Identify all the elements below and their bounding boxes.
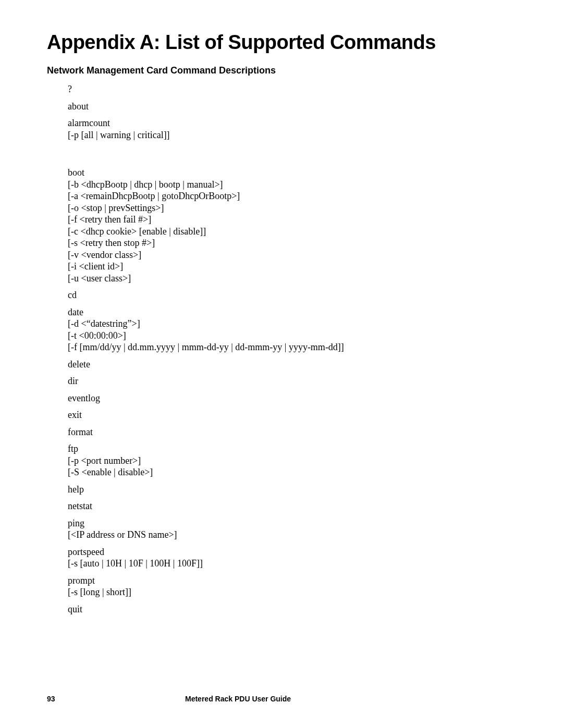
command-option: [-p [all | warning | critical]] — [68, 129, 516, 141]
command-name: netstat — [68, 500, 516, 512]
command-option: [-b <dhcpBootp | dhcp | bootp | manual>] — [68, 179, 516, 191]
command-name: dir — [68, 375, 516, 387]
command-block: ping[<IP address or DNS name>] — [68, 517, 516, 541]
doc-title: Metered Rack PDU User Guide — [177, 695, 516, 703]
command-block: delete — [68, 359, 516, 371]
command-name: eventlog — [68, 392, 516, 404]
command-option: [<IP address or DNS name>] — [68, 529, 516, 541]
page-title: Appendix A: List of Supported Commands — [47, 31, 516, 54]
command-option: [-d <“datestring”>] — [68, 318, 516, 330]
page-number: 93 — [47, 695, 177, 703]
command-option: [-a <remainDhcpBootp | gotoDhcpOrBootp>] — [68, 190, 516, 202]
command-name: format — [68, 426, 516, 438]
command-name: date — [68, 306, 516, 318]
command-name: help — [68, 484, 516, 496]
command-block: help — [68, 484, 516, 496]
command-name: boot — [68, 167, 516, 179]
command-block: cd — [68, 289, 516, 301]
command-name: ftp — [68, 443, 516, 455]
command-block: prompt[-s [long | short]] — [68, 575, 516, 598]
command-block: eventlog — [68, 392, 516, 404]
command-option: [-p <port number>] — [68, 455, 516, 467]
command-block: portspeed[-s [auto | 10H | 10F | 100H | … — [68, 546, 516, 570]
command-option: [-f [mm/dd/yy | dd.mm.yyyy | mmm-dd-yy |… — [68, 341, 516, 353]
command-name: about — [68, 101, 516, 113]
section-heading: Network Management Card Command Descript… — [47, 65, 516, 76]
command-name: quit — [68, 603, 516, 615]
command-block: exit — [68, 409, 516, 421]
command-block: ftp[-p <port number>][-S <enable | disab… — [68, 443, 516, 478]
command-block: quit — [68, 603, 516, 615]
command-name: ? — [68, 83, 516, 95]
command-block: boot[-b <dhcpBootp | dhcp | bootp | manu… — [68, 167, 516, 284]
command-block: format — [68, 426, 516, 438]
command-option: [-u <user class>] — [68, 273, 516, 285]
command-option: [-s <retry then stop #>] — [68, 237, 516, 249]
command-block: alarmcount[-p [all | warning | critical]… — [68, 117, 516, 141]
command-list: ?aboutalarmcount[-p [all | warning | cri… — [47, 83, 516, 615]
command-name: cd — [68, 289, 516, 301]
command-name: ping — [68, 517, 516, 529]
command-option: [-s [auto | 10H | 10F | 100H | 100F]] — [68, 558, 516, 570]
command-block: ? — [68, 83, 516, 95]
command-block: about — [68, 101, 516, 113]
command-option: [-t <00:00:00>] — [68, 330, 516, 342]
command-block: netstat — [68, 500, 516, 512]
command-option: [-f <retry then fail #>] — [68, 214, 516, 226]
command-option: [-i <client id>] — [68, 261, 516, 273]
command-block: date[-d <“datestring”>][-t <00:00:00>][-… — [68, 306, 516, 353]
command-name: alarmcount — [68, 117, 516, 129]
command-name: exit — [68, 409, 516, 421]
command-block: dir — [68, 375, 516, 387]
command-option: [-v <vendor class>] — [68, 249, 516, 261]
command-option: [-c <dhcp cookie> [enable | disable]] — [68, 226, 516, 238]
command-name: prompt — [68, 575, 516, 587]
command-option: [-s [long | short]] — [68, 586, 516, 598]
command-option: [-o <stop | prevSettings>] — [68, 202, 516, 214]
command-option: [-S <enable | disable>] — [68, 466, 516, 478]
page-footer: 93 Metered Rack PDU User Guide — [47, 695, 516, 703]
command-name: delete — [68, 359, 516, 371]
command-name: portspeed — [68, 546, 516, 558]
